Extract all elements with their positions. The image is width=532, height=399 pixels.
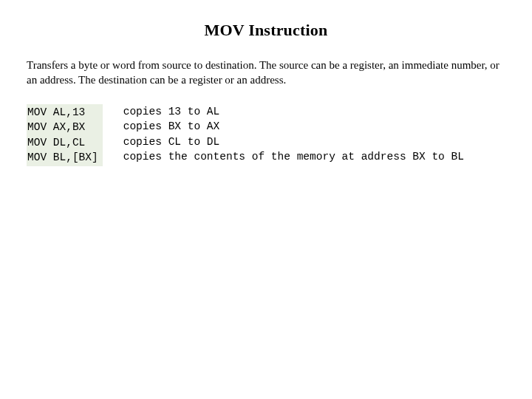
description-text: Transfers a byte or word from source to … (27, 58, 505, 88)
explanation-column: copies 13 to AL copies BX to AX copies C… (123, 104, 464, 165)
example-block: MOV AL,13 MOV AX,BX MOV DL,CL MOV BL,[BX… (27, 104, 505, 166)
code-column: MOV AL,13 MOV AX,BX MOV DL,CL MOV BL,[BX… (27, 104, 103, 166)
slide-title: MOV Instruction (27, 21, 505, 40)
